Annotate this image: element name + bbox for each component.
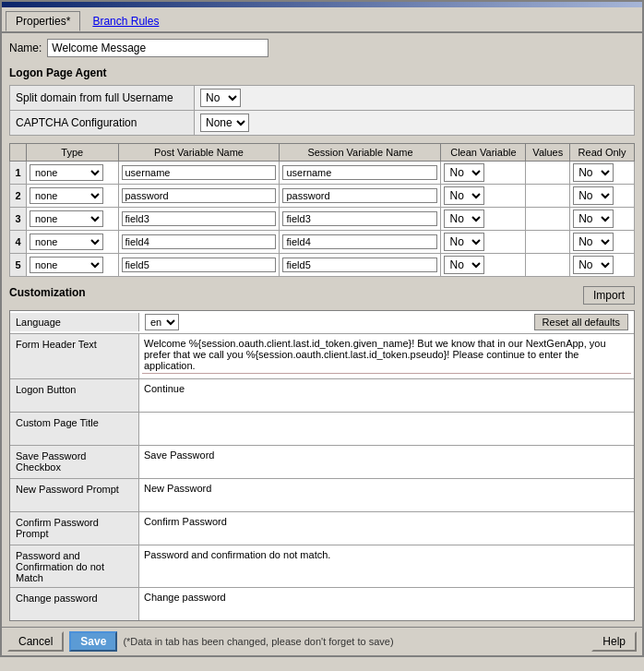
confirm-password-textarea[interactable]: Confirm Password <box>142 514 631 540</box>
row-num-3: 3 <box>10 208 27 231</box>
row-1-clean: NoYes <box>441 162 526 185</box>
customization-header: Customization Import <box>9 286 635 305</box>
row-1-type: none <box>27 162 119 185</box>
custom-label-new-password: New Password Prompt <box>10 479 139 511</box>
tab-properties[interactable]: Properties* <box>6 11 80 31</box>
session-input-3[interactable] <box>282 211 437 226</box>
table-row: 5 none NoYes NoYes <box>10 254 635 277</box>
help-button[interactable]: Help <box>591 631 637 652</box>
tab-branch-rules[interactable]: Branch Rules <box>82 11 169 31</box>
clean-select-4[interactable]: NoYes <box>444 233 484 251</box>
type-select-1[interactable]: none <box>30 164 103 181</box>
bottom-bar: Cancel Save (*Data in tab has been chang… <box>2 627 642 655</box>
row-1-readonly: NoYes <box>570 162 635 185</box>
readonly-select-2[interactable]: NoYes <box>573 186 614 205</box>
change-password-textarea[interactable]: Change password <box>142 590 631 616</box>
row-3-readonly: NoYes <box>570 208 635 231</box>
custom-row-new-password: New Password Prompt New Password <box>10 479 634 512</box>
logon-control-captcha: None On <box>195 111 635 136</box>
clean-select-3[interactable]: NoYes <box>444 210 484 228</box>
type-select-5[interactable]: none <box>30 257 103 273</box>
custom-value-logon-button: Continue <box>139 379 634 412</box>
post-input-4[interactable] <box>122 234 277 249</box>
custom-value-form-header: Welcome %{session.oauth.client.last.id_t… <box>139 334 634 378</box>
logon-button-textarea[interactable]: Continue <box>142 381 631 407</box>
custom-label-page-title: Custom Page Title <box>10 413 139 445</box>
col-session: Session Variable Name <box>280 144 441 162</box>
row-5-clean: NoYes <box>441 254 526 277</box>
readonly-select-1[interactable]: NoYes <box>573 163 614 182</box>
password-mismatch-textarea[interactable]: Password and confirmation do not match. <box>142 547 631 573</box>
split-domain-select[interactable]: No Yes <box>200 89 241 107</box>
row-3-clean: NoYes <box>441 208 526 231</box>
table-row: 4 none NoYes NoYes <box>10 231 635 254</box>
readonly-select-4[interactable]: NoYes <box>573 233 614 251</box>
reset-defaults-button[interactable]: Reset all defaults <box>534 314 628 330</box>
session-input-2[interactable] <box>282 188 437 203</box>
row-2-readonly: NoYes <box>570 185 635 208</box>
cancel-button[interactable]: Cancel <box>7 631 64 652</box>
custom-row-save-password: Save Password Checkbox Save Password <box>10 446 634 479</box>
post-input-1[interactable] <box>122 165 277 180</box>
custom-row-password-mismatch: Password and Confirmation do not Match P… <box>10 545 634 588</box>
table-row: 2 none NoYes NoYes <box>10 185 635 208</box>
row-3-values <box>526 208 570 231</box>
logon-label-captcha: CAPTCHA Configuration <box>10 111 195 136</box>
name-label: Name: <box>9 42 42 54</box>
page-title-textarea[interactable] <box>142 414 631 440</box>
clean-select-5[interactable]: NoYes <box>444 256 484 274</box>
captcha-select[interactable]: None On <box>200 114 249 132</box>
session-input-5[interactable] <box>282 258 437 272</box>
new-password-textarea[interactable]: New Password <box>142 481 631 507</box>
custom-value-save-password: Save Password <box>139 446 634 478</box>
row-5-readonly: NoYes <box>570 254 635 277</box>
form-header-textarea[interactable]: Welcome %{session.oauth.client.last.id_t… <box>142 336 631 374</box>
custom-row-change-password: Change password Change password <box>10 588 634 620</box>
customization-title: Customization <box>9 286 86 299</box>
custom-label-save-password: Save Password Checkbox <box>10 446 139 478</box>
custom-row-confirm-password: Confirm Password Prompt Confirm Password <box>10 512 634 545</box>
session-input-1[interactable] <box>282 165 437 180</box>
logon-label-split: Split domain from full Username <box>10 86 195 111</box>
col-type: Type <box>27 144 119 162</box>
clean-select-1[interactable]: NoYes <box>444 163 484 182</box>
row-4-post <box>118 231 280 254</box>
type-select-3[interactable]: none <box>30 210 103 227</box>
row-5-post <box>118 254 280 277</box>
readonly-select-5[interactable]: NoYes <box>573 256 614 274</box>
save-button[interactable]: Save <box>69 631 117 652</box>
row-3-session <box>280 208 441 231</box>
variables-table: Type Post Variable Name Session Variable… <box>9 143 635 277</box>
logon-section: Logon Page Agent Split domain from full … <box>9 66 635 136</box>
post-input-3[interactable] <box>122 211 277 226</box>
row-num-1: 1 <box>10 162 27 185</box>
row-num-2: 2 <box>10 185 27 208</box>
readonly-select-3[interactable]: NoYes <box>573 210 614 228</box>
type-select-4[interactable]: none <box>30 234 103 250</box>
clean-select-2[interactable]: NoYes <box>444 186 484 205</box>
row-5-values <box>526 254 570 277</box>
type-select-2[interactable]: none <box>30 187 103 204</box>
row-2-post <box>118 185 280 208</box>
post-input-2[interactable] <box>122 188 277 203</box>
import-button[interactable]: Import <box>583 286 635 305</box>
session-input-4[interactable] <box>282 234 437 249</box>
language-controls: en fr de Reset all defaults <box>139 311 634 333</box>
language-label: Language <box>10 313 139 331</box>
custom-label-logon-button: Logon Button <box>10 379 139 412</box>
name-input[interactable] <box>47 39 268 57</box>
custom-label-form-header: Form Header Text <box>10 334 139 378</box>
logon-control-split: No Yes <box>195 86 635 111</box>
language-select[interactable]: en fr de <box>145 314 179 330</box>
col-num <box>10 144 27 162</box>
row-4-session <box>280 231 441 254</box>
tabs-bar: Properties* Branch Rules <box>2 7 642 33</box>
custom-row-logon-button: Logon Button Continue <box>10 379 634 413</box>
row-3-post <box>118 208 280 231</box>
post-input-5[interactable] <box>122 258 277 272</box>
row-5-type: none <box>27 254 119 277</box>
custom-value-new-password: New Password <box>139 479 634 511</box>
row-1-session <box>280 162 441 185</box>
table-row: 3 none NoYes NoYes <box>10 208 635 231</box>
save-password-textarea[interactable]: Save Password <box>142 448 631 473</box>
